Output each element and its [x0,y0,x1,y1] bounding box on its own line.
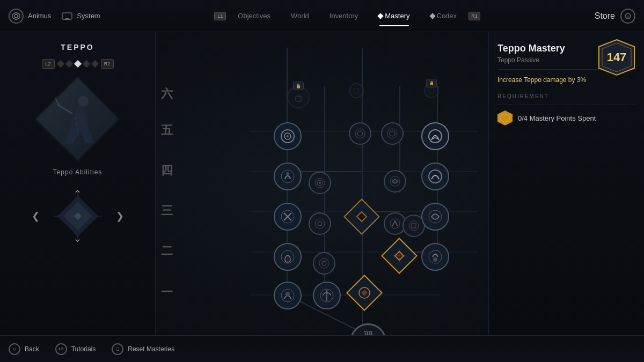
store-label[interactable]: Store [595,11,615,21]
reset-label: Reset Masteries [128,345,174,353]
node-3-diamond[interactable] [349,204,375,230]
svg-point-48 [319,182,321,184]
row-label-5: 五 [161,122,173,138]
lock-icon: 🔒 [293,82,304,90]
node-3-5[interactable] [421,203,449,231]
back-icon: ○ [9,343,20,355]
node-2-3[interactable] [386,243,412,269]
node-6-lock[interactable]: 🔒 [287,86,310,108]
svg-point-60 [354,88,359,93]
top-nav: Animus System L1 Objectives World Invent… [0,0,644,32]
tab-objectives-label: Objectives [238,12,270,20]
mastery-cost-icon [497,110,513,125]
svg-point-56 [387,129,397,138]
svg-point-38 [315,219,325,228]
svg-rect-42 [412,224,416,228]
tab-mastery[interactable]: Mastery [370,10,418,22]
node-5-4[interactable] [421,122,449,150]
r2-button[interactable]: R2 [101,59,114,69]
req-divider [497,105,635,105]
svg-rect-59 [296,97,301,101]
back-button[interactable]: ○ Back [9,343,39,355]
node-3-1[interactable] [274,203,302,231]
tab-codex[interactable]: Codex [422,10,466,22]
tab-mastery-label: Mastery [385,12,409,20]
rank-dot-2 [65,60,72,68]
store-icon[interactable]: $ [620,9,635,24]
node-4-5[interactable] [421,162,449,190]
node-6-3[interactable]: 🔒 [424,83,439,98]
row-label-3: 三 [161,203,173,219]
rank-dot-1 [56,60,64,68]
node-5-2[interactable] [349,122,371,145]
rank-row: L2 R2 [42,59,114,69]
tutorials-icon: L3 [55,343,67,355]
skill-type: Teppo Passive [497,56,539,64]
node-1-1[interactable] [274,282,302,309]
node-5-1[interactable] [274,122,302,150]
nav-left-button[interactable]: ❮ [32,211,40,221]
requirement-label: REQUIREMENT [497,93,635,99]
system-menu[interactable]: System [62,12,100,20]
nav-center: L1 Objectives World Inventory Mastery Co… [100,10,595,22]
mastery-diamond-icon [378,13,384,19]
svg-marker-10 [501,114,509,122]
reset-button[interactable]: □ Reset Masteries [112,343,174,355]
character-portrait [35,76,121,162]
animus-label: Animus [28,12,51,20]
right-panel: Teppo Mastery Teppo Passive 0/8 Increase… [488,32,644,335]
svg-point-54 [355,129,365,138]
svg-rect-4 [64,19,70,20]
skill-tree: 一 二 三 四 五 六 習得 [156,32,488,335]
tab-world[interactable]: World [282,10,318,22]
svg-point-27 [286,292,290,296]
requirement-item: 0/4 Mastery Points Spent [497,110,635,125]
tutorials-label: Tutorials [71,345,96,353]
row-label-4: 四 [161,162,173,179]
rank-dot-3 [74,60,81,68]
req-text: 0/4 Mastery Points Spent [518,114,596,122]
tutorials-button[interactable]: L3 Tutorials [55,343,96,355]
codex-diamond-icon [429,13,435,19]
node-4-2[interactable] [309,172,331,194]
animus-icon [9,9,24,24]
character-name: TEPPO [61,43,94,51]
svg-point-9 [78,96,89,107]
node-1-diamond[interactable] [352,280,377,306]
animus-menu[interactable]: Animus [9,9,51,24]
char-abilities-label: Teppo Abilities [53,168,103,176]
tab-inventory[interactable]: Inventory [321,10,367,22]
node-6-2[interactable] [349,83,364,98]
svg-point-50 [429,170,442,183]
svg-point-31 [319,258,329,268]
node-2-2[interactable] [313,252,335,275]
svg-point-55 [357,131,363,136]
node-5-3[interactable] [381,122,404,145]
svg-point-36 [433,257,437,262]
node-4-1[interactable] [274,162,302,190]
node-1-2[interactable] [313,282,341,309]
node-4-c[interactable] [384,170,406,193]
tab-objectives[interactable]: Objectives [229,10,279,22]
nav-left: Animus System [0,9,100,24]
bottom-controls: ○ Back L3 Tutorials □ Reset Masteries [0,335,644,362]
node-2-4[interactable] [421,243,449,271]
node-2-1[interactable] [274,243,302,271]
row-label-6: 六 [161,86,173,102]
svg-point-61 [429,88,434,93]
reset-icon: □ [112,343,123,355]
lock-icon-2: 🔒 [426,79,437,87]
mastery-points-value: 147 [607,50,627,64]
l2-button[interactable]: L2 [42,59,55,69]
mastery-points-badge: 147 [598,39,635,76]
row-label-1: 一 [161,284,173,300]
skill-description: Increase Teppo damage by 3% [497,75,635,85]
node-3-2[interactable] [309,212,331,235]
nav-right-button[interactable]: ❯ [116,211,124,221]
tab-world-label: World [291,12,309,20]
tab-codex-label: Codex [437,12,457,20]
svg-point-45 [286,172,289,175]
svg-point-1 [14,14,18,18]
row-label-2: 二 [161,243,173,259]
back-label: Back [25,345,39,353]
